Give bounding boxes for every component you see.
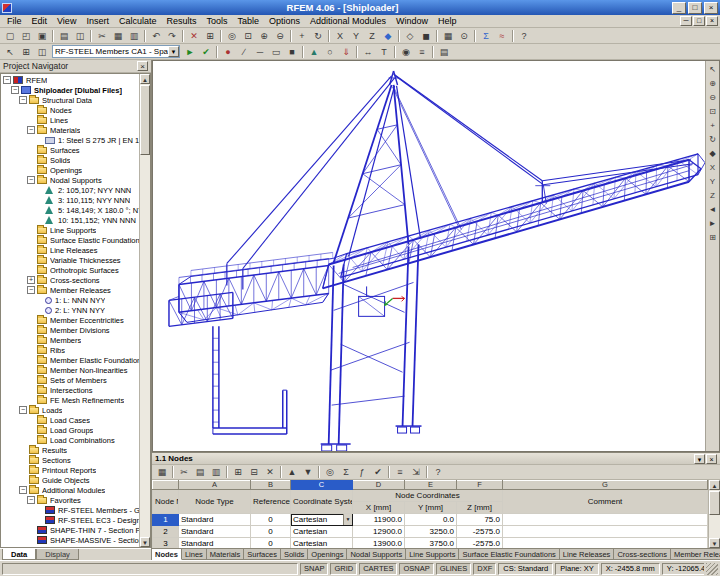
tree-item-surfaces[interactable]: Surfaces: [1, 145, 139, 155]
tree-item-line-releases[interactable]: Line Releases: [1, 245, 139, 255]
tree-item-nodes[interactable]: Nodes: [1, 105, 139, 115]
paste-button[interactable]: ▥: [208, 465, 224, 479]
prev-view-button[interactable]: ◄: [706, 203, 719, 216]
sheet-tab-cross-sections[interactable]: Cross-sections: [614, 549, 671, 560]
cell-d-2[interactable]: 12900.0: [353, 526, 405, 538]
close-window-button[interactable]: ×: [706, 16, 718, 26]
sheet-tab-solids[interactable]: Solids: [281, 549, 308, 560]
print-graphic-button[interactable]: ▤: [436, 45, 452, 59]
print-button[interactable]: ▤: [56, 29, 72, 43]
modules-button[interactable]: ◫: [34, 45, 50, 59]
filter-button[interactable]: ≡: [392, 465, 408, 479]
copy-button[interactable]: ▤: [192, 465, 208, 479]
table-list-button[interactable]: ▦: [154, 465, 170, 479]
sheet-tab-materials[interactable]: Materials: [207, 549, 244, 560]
tree-item-variable-thicknesses[interactable]: Variable Thicknesses: [1, 255, 139, 265]
tree-item-printout-reports[interactable]: Printout Reports: [1, 465, 139, 475]
navigator-tab-data[interactable]: Data: [2, 549, 36, 560]
sheet-tab-lines[interactable]: Lines: [182, 549, 207, 560]
collapse-icon[interactable]: −: [3, 76, 11, 84]
cell-f-2[interactable]: -2575.0: [457, 526, 503, 538]
tree-item-rfem[interactable]: −RFEM: [1, 75, 139, 85]
cell-b-1[interactable]: 0: [251, 514, 291, 526]
collapse-icon[interactable]: −: [19, 96, 27, 104]
tree-item-openings[interactable]: Openings: [1, 165, 139, 175]
menu-edit[interactable]: Edit: [27, 16, 53, 26]
tree-item-rf-steel-ec3-design-accord[interactable]: RF-STEEL EC3 - Design accord: [1, 515, 139, 525]
tree-item-nodal-supports[interactable]: −Nodal Supports: [1, 175, 139, 185]
table-scroll-up-icon[interactable]: ▲: [709, 480, 720, 490]
function-button[interactable]: ƒ: [354, 465, 370, 479]
tree-item-structural-data[interactable]: −Structural Data: [1, 95, 139, 105]
scroll-up-icon[interactable]: ▲: [140, 74, 150, 84]
toggle-snap[interactable]: SNAP: [300, 563, 328, 575]
sheet-tab-surface-elastic-foundations[interactable]: Surface Elastic Foundations: [459, 549, 559, 560]
dimension-button[interactable]: ↔: [360, 45, 376, 59]
expand-icon[interactable]: +: [27, 276, 35, 284]
row-number-2[interactable]: 2: [153, 526, 179, 538]
close-button[interactable]: ×: [704, 2, 718, 14]
scroll-thumb[interactable]: [140, 85, 150, 155]
tree-item-sections[interactable]: Sections: [1, 455, 139, 465]
tree-item-2-105-107-nyy-nnn[interactable]: 2: 105,107; NYY NNN: [1, 185, 139, 195]
tree-item-shape-massive-section-prop[interactable]: SHAPE-MASSIVE - Section Prop: [1, 535, 139, 545]
toggle-grid[interactable]: GRID: [330, 563, 357, 575]
rotate-view-button[interactable]: ↻: [706, 133, 719, 146]
visibility-button[interactable]: ◉: [398, 45, 414, 59]
menu-window[interactable]: Window: [391, 16, 433, 26]
toggle-dxf[interactable]: DXF: [473, 563, 496, 575]
new-button[interactable]: ▢: [2, 29, 18, 43]
tree-item-intersections[interactable]: Intersections: [1, 385, 139, 395]
menu-results[interactable]: Results: [161, 16, 201, 26]
cell-g-1[interactable]: [503, 514, 708, 526]
tree-item-member-divisions[interactable]: Member Divisions: [1, 325, 139, 335]
save-button[interactable]: ▣: [34, 29, 50, 43]
table-dock-icon[interactable]: ▾: [694, 454, 705, 464]
delete-row-button[interactable]: ⊟: [246, 465, 262, 479]
toggle-osnap[interactable]: OSNAP: [399, 563, 433, 575]
cell-b-3[interactable]: 0: [251, 538, 291, 549]
tree-item-sets-of-members[interactable]: Sets of Members: [1, 375, 139, 385]
collapse-icon[interactable]: −: [19, 406, 27, 414]
tree-item-1-l-nnn-nyy[interactable]: 1: L: NNN NYY: [1, 295, 139, 305]
pointer-button[interactable]: ↖: [2, 45, 18, 59]
collapse-icon[interactable]: −: [27, 176, 35, 184]
pan-button[interactable]: +: [294, 29, 310, 43]
restore-window-button[interactable]: □: [693, 16, 705, 26]
cell-c-2[interactable]: Cartesian: [291, 526, 353, 538]
scroll-track[interactable]: [140, 155, 150, 537]
zoom-all-button[interactable]: ◎: [224, 29, 240, 43]
tree-item-load-cases[interactable]: Load Cases: [1, 415, 139, 425]
minimize-button[interactable]: _: [672, 2, 686, 14]
cut-button[interactable]: ✂: [176, 465, 192, 479]
tree-item-member-releases[interactable]: −Member Releases: [1, 285, 139, 295]
table-close-icon[interactable]: ×: [706, 454, 717, 464]
model-view[interactable]: ↖⊕⊖⊡+↻◆XYZ◄►⊞: [152, 60, 720, 452]
toggle-cartes[interactable]: CARTES: [359, 563, 397, 575]
solid-view-button[interactable]: ◼: [418, 29, 434, 43]
table-scroll-track[interactable]: [709, 515, 720, 538]
tree-item-1-steel-s-275-jr-en-10025-19[interactable]: 1: Steel S 275 JR | EN 10025:19: [1, 135, 139, 145]
cell-g-3[interactable]: [503, 538, 708, 549]
rotate-button[interactable]: ↻: [310, 29, 326, 43]
sheet-tab-openings[interactable]: Openings: [308, 549, 347, 560]
navigator-close-icon[interactable]: ×: [137, 61, 148, 71]
sheet-tab-line-supports[interactable]: Line Supports: [406, 549, 459, 560]
tree-item-lines[interactable]: Lines: [1, 115, 139, 125]
tree-item-materials[interactable]: −Materials: [1, 125, 139, 135]
table-corner-cell[interactable]: [153, 481, 179, 490]
annotate-button[interactable]: T: [376, 45, 392, 59]
menu-table[interactable]: Table: [232, 16, 264, 26]
iso-view-button[interactable]: ◆: [706, 147, 719, 160]
new-surface-button[interactable]: ▭: [268, 45, 284, 59]
tree-item-rf-steel-members-gener[interactable]: RF-STEEL Members - Gener: [1, 505, 139, 515]
tree-item-shape-thin-7-section-properti[interactable]: SHAPE-THIN 7 - Section Properti: [1, 525, 139, 535]
menu-additional-modules[interactable]: Additional Modules: [305, 16, 391, 26]
help-button[interactable]: ?: [430, 465, 446, 479]
help-button[interactable]: ?: [516, 29, 532, 43]
collapse-icon[interactable]: −: [27, 286, 35, 294]
tree-item-members[interactable]: Members: [1, 335, 139, 345]
wireframe-button[interactable]: ◇: [402, 29, 418, 43]
cell-b-2[interactable]: 0: [251, 526, 291, 538]
cell-dropdown-icon[interactable]: ▼: [343, 514, 352, 525]
